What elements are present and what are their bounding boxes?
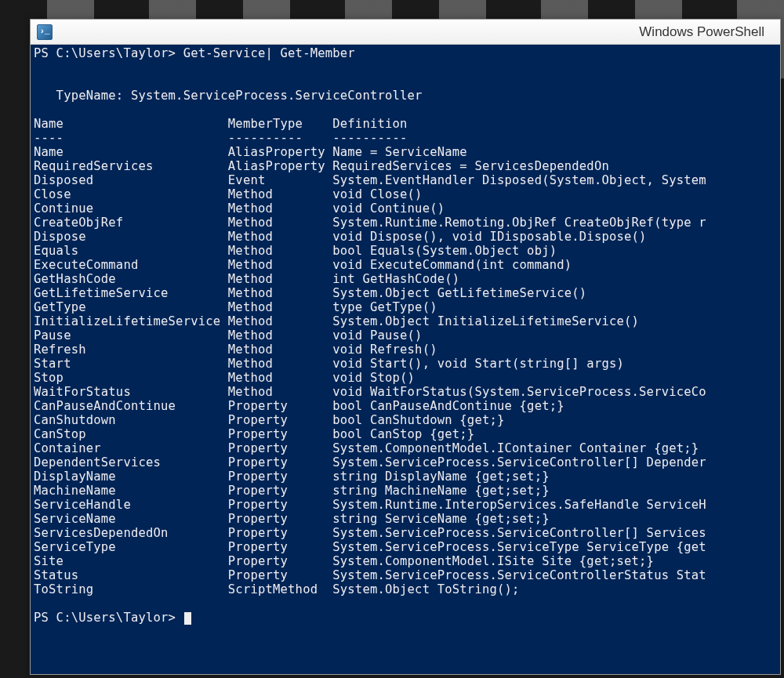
window-title: Windows PowerShell	[639, 24, 764, 40]
cursor	[184, 612, 191, 625]
column-dividers: ---- ---------- ----------	[34, 131, 780, 145]
prompt-line-1: PS C:\Users\Taylor> Get-Service| Get-Mem…	[34, 46, 355, 60]
column-headers: Name MemberType Definition	[34, 117, 780, 131]
typename-line: TypeName: System.ServiceProcess.ServiceC…	[34, 89, 423, 103]
terminal-output[interactable]: PS C:\Users\Taylor> Get-Service| Get-Mem…	[31, 45, 780, 674]
prompt-line-2: PS C:\Users\Taylor>	[34, 611, 191, 625]
powershell-window: Windows PowerShell PS C:\Users\Taylor> G…	[30, 19, 781, 675]
titlebar[interactable]: Windows PowerShell	[31, 20, 780, 45]
member-rows: Name AliasProperty Name = ServiceName Re…	[34, 145, 706, 596]
powershell-icon	[37, 24, 53, 40]
prompt-text: PS C:\Users\Taylor>	[34, 611, 183, 625]
